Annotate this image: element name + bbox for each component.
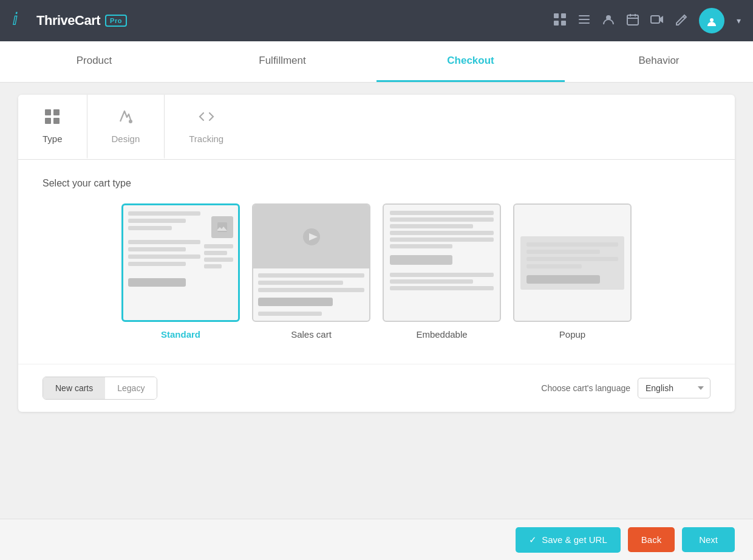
cart-types-grid: Standard: [43, 203, 710, 340]
logo-icon: ⅈ: [12, 9, 32, 33]
toggle-legacy[interactable]: Legacy: [105, 377, 157, 399]
video-icon[interactable]: [650, 13, 664, 29]
svg-rect-16: [53, 109, 60, 115]
svg-rect-4: [561, 21, 566, 26]
dashboard-icon[interactable]: [553, 13, 567, 29]
svg-rect-17: [45, 118, 51, 124]
cart-type-sales-label: Sales cart: [252, 329, 370, 340]
svg-point-14: [710, 18, 714, 22]
toggle-new-carts[interactable]: New carts: [43, 377, 105, 399]
sub-tabs: Type Design: [18, 95, 735, 160]
cart-type-embeddable[interactable]: Embeddable: [383, 203, 501, 340]
sub-tab-design-label: Design: [112, 134, 140, 144]
sub-tab-design[interactable]: Design: [87, 95, 165, 159]
sub-tab-tracking[interactable]: Tracking: [165, 95, 248, 159]
cart-type-popup[interactable]: Popup: [513, 203, 632, 340]
language-area: Choose cart's language English French Ge…: [541, 378, 710, 398]
list-icon[interactable]: [578, 13, 591, 29]
checkout-card: Type Design: [18, 95, 735, 412]
bottom-options: New carts Legacy Choose cart's language …: [18, 364, 735, 412]
svg-rect-15: [45, 109, 51, 115]
pro-badge: Pro: [105, 15, 127, 27]
main-tabs: Product Fulfillment Checkout Behavior: [0, 41, 753, 83]
user-icon[interactable]: [602, 13, 615, 29]
checkmark-icon: ✓: [529, 534, 537, 545]
cart-type-popup-preview: [513, 203, 632, 322]
svg-rect-3: [554, 21, 559, 26]
svg-rect-5: [579, 15, 590, 16]
mock-image-icon: [211, 216, 233, 238]
cart-type-standard[interactable]: Standard: [121, 203, 240, 340]
edit-icon[interactable]: [675, 13, 688, 29]
calendar-icon[interactable]: [626, 13, 639, 29]
sub-tab-type[interactable]: Type: [18, 95, 87, 159]
cart-type-sales-preview: [252, 203, 370, 322]
code-icon: [198, 108, 215, 129]
language-label: Choose cart's language: [541, 383, 630, 393]
cart-type-section: Select your cart type: [18, 160, 735, 364]
back-button[interactable]: Back: [628, 527, 675, 552]
svg-rect-6: [579, 19, 590, 20]
grid-icon: [44, 108, 61, 129]
language-select[interactable]: English French German Spanish Italian Du…: [638, 378, 710, 398]
sub-tab-type-label: Type: [43, 134, 63, 144]
user-avatar-button[interactable]: [699, 8, 724, 33]
tab-fulfillment[interactable]: Fulfillment: [188, 41, 376, 82]
svg-rect-13: [651, 16, 659, 23]
page-body: Type Design: [0, 83, 753, 473]
svg-rect-18: [53, 118, 60, 124]
mock-play-icon: [253, 205, 369, 268]
logo-area[interactable]: ⅈ ThriveCart Pro: [12, 9, 127, 33]
tab-checkout[interactable]: Checkout: [376, 41, 565, 82]
svg-rect-9: [627, 15, 638, 25]
save-button-label: Save & get URL: [542, 534, 607, 545]
nav-icons: ▾: [553, 8, 741, 33]
app-name: ThriveCart: [36, 13, 100, 29]
tab-behavior[interactable]: Behavior: [565, 41, 753, 82]
top-navigation: ⅈ ThriveCart Pro: [0, 0, 753, 41]
sub-tab-tracking-label: Tracking: [189, 134, 223, 144]
svg-text:ⅈ: ⅈ: [12, 10, 18, 29]
tab-product[interactable]: Product: [0, 41, 188, 82]
svg-rect-1: [554, 13, 559, 18]
svg-rect-7: [579, 22, 590, 24]
design-icon: [117, 108, 134, 129]
cart-type-embed-preview: [383, 203, 501, 322]
cart-type-standard-label: Standard: [121, 329, 240, 340]
cart-type-popup-label: Popup: [513, 329, 632, 340]
cart-type-sales-cart[interactable]: Sales cart: [252, 203, 370, 340]
svg-rect-2: [561, 13, 566, 18]
cart-type-embed-label: Embeddable: [383, 329, 501, 340]
svg-point-19: [129, 120, 132, 123]
save-get-url-button[interactable]: ✓ Save & get URL: [516, 527, 621, 553]
footer-bar: ✓ Save & get URL Back Next: [0, 519, 753, 560]
avatar-chevron-icon: ▾: [737, 16, 741, 26]
cart-type-standard-preview: [121, 203, 240, 322]
cart-version-toggle: New carts Legacy: [43, 377, 157, 400]
section-title: Select your cart type: [43, 178, 710, 189]
next-button[interactable]: Next: [682, 527, 735, 552]
